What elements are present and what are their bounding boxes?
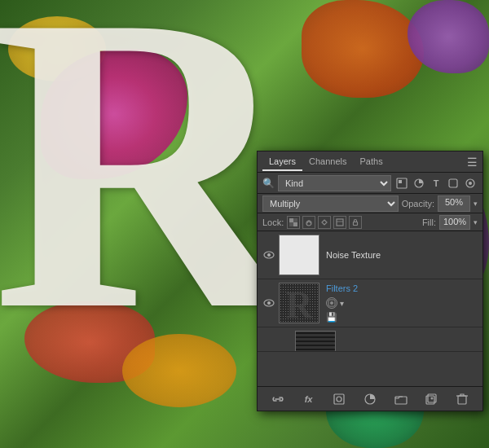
noise-texture-preview: [280, 235, 319, 275]
layer-fx-controls: ▾: [326, 297, 478, 309]
panel-tabs-bar: Layers Channels Paths ☰: [258, 152, 482, 173]
opacity-label: Opacity:: [402, 199, 434, 209]
svg-rect-29: [458, 396, 466, 404]
panel-toolbar: fx: [258, 386, 482, 411]
svg-rect-8: [293, 218, 297, 222]
kind-select[interactable]: Kind: [278, 175, 391, 191]
layer-visibility-toggle[interactable]: [262, 296, 275, 310]
filter-funnel-icon: 🔍: [262, 178, 275, 189]
svg-point-15: [267, 253, 271, 257]
layer-item[interactable]: Noise Texture: [258, 231, 482, 279]
svg-point-20: [330, 301, 333, 305]
lock-label: Lock:: [262, 217, 284, 227]
layer-name: Filters 2: [326, 283, 478, 293]
tab-paths[interactable]: Paths: [354, 153, 390, 171]
svg-rect-1: [399, 180, 402, 183]
filter-bar: 🔍 Kind T: [258, 173, 482, 194]
selection-indicator: [286, 242, 312, 268]
opacity-arrow-icon[interactable]: ▾: [474, 200, 478, 208]
svg-point-17: [267, 301, 271, 305]
letter-r: R: [16, 16, 228, 424]
tab-channels[interactable]: Channels: [302, 153, 353, 171]
filters-layer-preview: R: [280, 283, 319, 323]
smart-object-icon: [326, 297, 337, 309]
link-layers-btn[interactable]: [270, 391, 286, 407]
lock-fill-row: Lock: Fill: 100% ▾: [258, 213, 482, 231]
layer-item[interactable]: R Filters 2 ▾ 💾: [258, 279, 482, 327]
group-layers-btn[interactable]: [393, 391, 409, 407]
fill-arrow-icon[interactable]: ▾: [474, 218, 478, 226]
letter-r-text: R: [0, 0, 290, 375]
fill-label: Fill:: [422, 217, 436, 227]
lock-all-icon[interactable]: [349, 216, 362, 229]
delete-layer-btn[interactable]: [454, 391, 470, 407]
lock-position-icon[interactable]: [318, 216, 331, 229]
svg-rect-6: [289, 218, 293, 222]
layer-name: Noise Texture: [326, 250, 478, 260]
svg-rect-13: [354, 222, 358, 225]
lock-checkerboard-icon[interactable]: [287, 216, 300, 229]
adjustment-filter-icon[interactable]: [412, 176, 426, 191]
lock-pixels-icon[interactable]: [302, 216, 315, 229]
lock-artboard-icon[interactable]: [333, 216, 346, 229]
layer-thumbnail: R: [279, 283, 319, 323]
adjustment-layer-btn[interactable]: [362, 391, 378, 407]
svg-rect-7: [293, 222, 297, 226]
floral-patch: [302, 0, 424, 98]
floppy-disk-icon: 💾: [326, 312, 337, 323]
text-filter-icon[interactable]: T: [429, 176, 443, 191]
layer-style-btn[interactable]: fx: [301, 391, 317, 407]
opacity-value[interactable]: 50%: [438, 195, 470, 212]
layer-info: Filters 2 ▾ 💾: [323, 283, 478, 323]
filter-type-icons: T: [394, 176, 478, 191]
lock-icons-group: [287, 216, 419, 229]
layer-expand-toggle[interactable]: ▾: [340, 299, 344, 308]
layer-info: Noise Texture: [323, 250, 478, 260]
new-layer-btn[interactable]: [423, 391, 439, 407]
layer-thumbnail: [279, 235, 319, 275]
svg-text:R: R: [285, 286, 313, 322]
image-filter-icon[interactable]: [394, 176, 409, 191]
svg-rect-21: [334, 394, 344, 404]
svg-rect-24: [395, 397, 407, 404]
panel-menu-icon[interactable]: ☰: [467, 156, 478, 169]
blend-opacity-row: Multiply Opacity: 50% ▾: [258, 194, 482, 213]
layer-thumbnail-partial: [295, 331, 336, 352]
tab-layers[interactable]: Layers: [262, 153, 302, 171]
layer-visibility-toggle[interactable]: [262, 248, 275, 261]
shape-filter-icon[interactable]: [446, 176, 460, 191]
add-mask-btn[interactable]: [331, 391, 347, 407]
layer-item-partial[interactable]: [258, 327, 482, 352]
layers-panel: Layers Channels Paths ☰ 🔍 Kind T: [257, 151, 483, 411]
smart-filter-icon[interactable]: [463, 176, 478, 191]
svg-rect-3: [449, 179, 457, 187]
svg-point-22: [337, 397, 341, 402]
layers-list: Noise Texture R Filters 2: [258, 231, 482, 376]
blend-mode-select[interactable]: Multiply: [262, 195, 399, 212]
fill-value[interactable]: 100%: [439, 215, 470, 230]
svg-rect-11: [337, 219, 343, 226]
svg-rect-9: [289, 222, 293, 226]
svg-point-5: [469, 182, 472, 185]
